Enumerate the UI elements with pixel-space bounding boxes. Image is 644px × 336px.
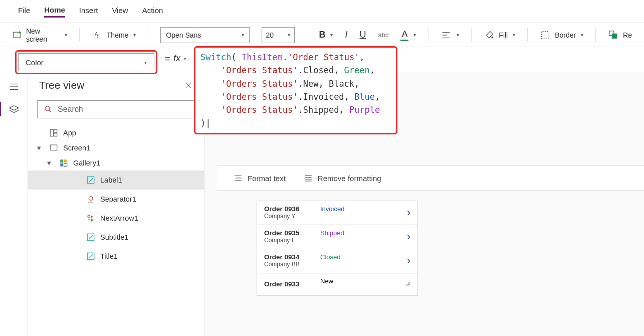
fx-button[interactable]: fx▾ xyxy=(173,47,186,64)
menu-insert[interactable]: Insert xyxy=(79,6,98,17)
gallery-card[interactable]: Order 0936 Company Y Invoiced › xyxy=(257,201,417,225)
chevron-down-icon: ▾ xyxy=(457,32,459,38)
property-row: Color ▾ = fx▾ Switch( ThisItem.'Order St… xyxy=(0,47,644,72)
menu-action[interactable]: Action xyxy=(142,6,163,17)
tree-node-gallery[interactable]: ▾ Gallery1 xyxy=(28,155,204,171)
chevron-down-icon: ▾ xyxy=(65,32,67,38)
separator xyxy=(148,28,148,42)
svg-point-28 xyxy=(89,197,93,201)
hamburger-icon xyxy=(9,81,20,92)
reorder-icon xyxy=(608,30,619,41)
strikethrough-button[interactable]: abc xyxy=(378,31,389,39)
tree-node-subtitle[interactable]: Subtitle1 xyxy=(28,228,204,247)
svg-line-18 xyxy=(49,110,51,112)
chevron-down-icon: ▾ xyxy=(288,32,290,38)
tree-title: Tree view xyxy=(39,79,84,91)
search-placeholder: Search xyxy=(58,105,83,114)
font-color-button[interactable]: A▾ xyxy=(400,29,416,41)
chevron-down-icon: ▾ xyxy=(581,32,583,38)
label-icon xyxy=(86,252,95,261)
menu-home[interactable]: Home xyxy=(44,6,65,18)
svg-rect-9 xyxy=(542,31,549,39)
next-arrow-icon[interactable]: › xyxy=(407,230,410,243)
formula-token: Black xyxy=(329,79,354,89)
formula-token: 'Orders Status' xyxy=(200,79,298,89)
chevron-down-icon: ▾ xyxy=(513,32,515,38)
formula-token: 'Orders Status' xyxy=(200,92,298,102)
svg-rect-26 xyxy=(64,163,67,166)
gallery-card[interactable]: Order 0934 Company BB Closed › xyxy=(257,249,417,273)
reorder-button[interactable]: Re xyxy=(608,30,632,41)
property-name: Color xyxy=(26,58,44,67)
formula-token: .Closed, xyxy=(298,65,344,75)
separator xyxy=(471,28,472,42)
tree-node-screen[interactable]: ▾ Screen1 xyxy=(28,140,204,155)
tree-node-separator[interactable]: Separator1 xyxy=(28,190,204,209)
font-size: 20 xyxy=(266,31,274,39)
tree-node-label: App xyxy=(63,129,76,137)
tree-node-label1[interactable]: Label1 xyxy=(28,171,204,190)
formula-editor[interactable]: Switch( ThisItem.'Order Status', 'Orders… xyxy=(194,46,397,134)
gallery-card[interactable]: Order 0933 New › xyxy=(257,273,417,295)
menu-view[interactable]: View xyxy=(112,6,128,17)
new-screen-button[interactable]: New screen ▾ xyxy=(12,27,67,43)
remove-formatting-button[interactable]: Remove formatting xyxy=(304,174,381,183)
font-size-select[interactable]: 20 ▾ xyxy=(262,27,295,43)
bold-button[interactable]: B▾ xyxy=(319,30,333,40)
formula-token: ThisItem xyxy=(237,52,283,62)
chevron-down-icon: ▾ xyxy=(330,32,333,38)
ribbon: New screen ▾ Aa Theme ▾ Open Sans ▾ 20 ▾… xyxy=(0,23,644,47)
close-icon xyxy=(184,81,193,90)
underline-button[interactable]: U xyxy=(360,30,366,40)
new-screen-label: New screen xyxy=(26,27,60,43)
property-select[interactable]: Color ▾ xyxy=(18,53,154,71)
tree-node-title[interactable]: Title1 xyxy=(28,247,204,266)
rail-hamburger[interactable] xyxy=(9,81,20,92)
border-button[interactable]: Border ▾ xyxy=(540,30,583,41)
search-icon xyxy=(44,105,53,114)
separator xyxy=(527,28,528,42)
tree-node-label: Gallery1 xyxy=(73,159,100,167)
bold-icon: B xyxy=(319,30,325,40)
theme-button[interactable]: Aa Theme ▾ xyxy=(92,30,136,41)
remove-formatting-icon xyxy=(304,174,313,183)
italic-button[interactable]: I xyxy=(345,30,347,40)
tree-node-label: Subtitle1 xyxy=(100,233,128,241)
svg-rect-21 xyxy=(54,133,57,136)
font-select[interactable]: Open Sans ▾ xyxy=(160,27,249,43)
top-menu: File Home Insert View Action xyxy=(0,0,644,23)
label-icon xyxy=(86,176,95,185)
formula-token: , xyxy=(370,65,375,75)
chevron-down-icon: ▾ xyxy=(183,56,186,61)
font-name: Open Sans xyxy=(166,31,201,39)
card-status: Shipped xyxy=(320,229,344,237)
gallery-card[interactable]: Order 0935 Company I Shipped › xyxy=(257,225,417,249)
formula-token: ) xyxy=(200,118,205,128)
rail-tree-view[interactable] xyxy=(9,104,20,115)
format-text-button[interactable]: Format text xyxy=(234,174,286,183)
card-subtitle: Company I xyxy=(264,237,407,244)
tree-node-app[interactable]: App xyxy=(28,125,204,140)
formula-token: , xyxy=(359,52,364,62)
theme-label: Theme xyxy=(107,31,129,39)
next-arrow-icon[interactable]: › xyxy=(407,254,410,267)
card-status: New xyxy=(320,277,333,285)
chevron-down-icon: ▾ xyxy=(413,32,416,38)
svg-rect-22 xyxy=(50,145,57,150)
formula-token: , xyxy=(354,79,359,89)
fill-button[interactable]: Fill ▾ xyxy=(484,30,515,41)
close-tree-button[interactable] xyxy=(184,81,193,90)
separator-icon xyxy=(86,195,95,204)
align-icon xyxy=(441,30,452,41)
menu-file[interactable]: File xyxy=(18,6,30,17)
tree-search[interactable]: Search xyxy=(37,100,195,118)
tree-node-nextarrow[interactable]: NextArrow1 xyxy=(28,209,204,228)
align-button[interactable]: ▾ xyxy=(441,30,459,41)
svg-text:a: a xyxy=(97,34,100,39)
formula-token: 'Orders Status' xyxy=(200,105,298,115)
next-arrow-icon[interactable]: › xyxy=(407,206,410,219)
svg-rect-20 xyxy=(54,129,57,132)
underline-icon: U xyxy=(360,30,366,40)
fill-label: Fill xyxy=(499,31,508,39)
chevron-down-icon: ▾ xyxy=(133,32,136,38)
